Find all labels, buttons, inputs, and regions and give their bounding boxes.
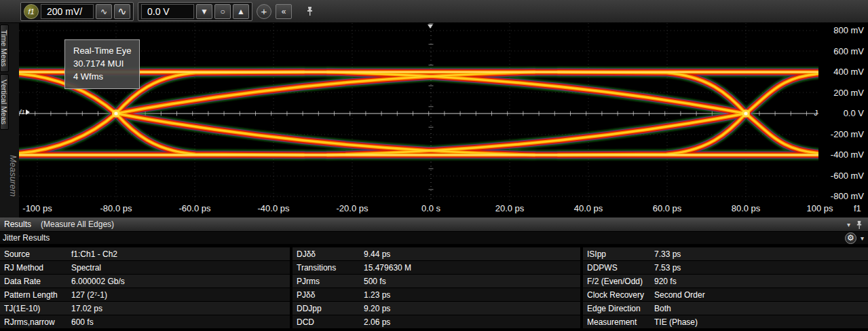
- jitter-results-bar: Jitter Results ⚙ ▾: [0, 232, 868, 244]
- tab-vertical-meas[interactable]: Vertical Meas: [0, 74, 9, 130]
- eye-info-overlay: Real-Time Eye 30.7174 MUI 4 Wfms: [64, 39, 140, 89]
- row-value: TIE (Phase): [654, 317, 868, 327]
- row-label: Source: [0, 249, 71, 259]
- down-arrow-icon: ▼: [200, 7, 208, 16]
- table-row: DCD2.06 ps: [293, 315, 580, 329]
- eye-diagram-plot[interactable]: Real-Time Eye 30.7174 MUI 4 Wfms f1 J: [19, 23, 818, 201]
- axis-channel-label: f1: [854, 203, 861, 213]
- jitter-settings-button[interactable]: ⚙: [845, 232, 856, 244]
- y-tick: 400 mV: [833, 67, 864, 77]
- table-row: DDJpp9.20 ps: [293, 302, 580, 315]
- up-arrow-icon: ▲: [237, 7, 245, 16]
- row-label: F/2 (Even/Odd): [583, 277, 654, 286]
- y-tick: -200 mV: [831, 129, 864, 139]
- f1-ground-marker[interactable]: f1: [20, 109, 30, 116]
- row-value: 7.33 ps: [654, 249, 868, 259]
- offset-group: 0.0 V ▼ ○ ▲: [138, 2, 252, 21]
- row-label: DCD: [293, 317, 364, 327]
- table-row: DJδδ9.44 ps: [293, 247, 580, 261]
- marker-arrow-icon: [26, 109, 30, 115]
- toolbar-pin-button[interactable]: [301, 4, 318, 19]
- row-label: DDPWS: [583, 263, 654, 273]
- row-label: Measurement: [583, 317, 654, 327]
- x-tick: -80.0 ps: [100, 203, 132, 213]
- table-row: F/2 (Even/Odd)920 fs: [583, 275, 868, 288]
- channel-toolbar: f1 200 mV/ ∿ ∿ 0.0 V ▼ ○ ▲ + «: [0, 0, 868, 23]
- table-row: TJ(1E-10)17.02 ps: [0, 302, 290, 315]
- left-sidebar: Time Meas Vertical Meas Measurem: [0, 23, 19, 217]
- offset-down-button[interactable]: ▼: [196, 4, 212, 19]
- row-value: 15.479630 M: [364, 263, 580, 273]
- results-collapse-button[interactable]: ▾: [847, 221, 850, 228]
- row-label: Data Rate: [0, 277, 71, 286]
- table-row: RJ MethodSpectral: [0, 261, 290, 275]
- y-tick: 0.0 V: [844, 108, 864, 118]
- results-pin-button[interactable]: [856, 221, 863, 229]
- vertical-scale-value[interactable]: 200 mV/: [41, 4, 94, 19]
- row-value: 2.06 ps: [364, 317, 580, 327]
- x-tick: -20.0 ps: [337, 203, 369, 213]
- row-value: 600 fs: [71, 317, 290, 327]
- plus-icon: +: [261, 5, 267, 17]
- row-value: 127 (2⁷-1): [71, 290, 290, 300]
- x-tick: -100 ps: [22, 203, 52, 213]
- jitter-collapse-button[interactable]: ▾: [861, 234, 864, 242]
- pin-icon: [306, 7, 314, 16]
- row-value: 17.02 ps: [71, 304, 290, 313]
- tab-measurements[interactable]: Measurem: [10, 155, 18, 196]
- table-row: Sourcef1:Ch1 - Ch2: [0, 247, 290, 261]
- jitter-results-table: Sourcef1:Ch1 - Ch2 RJ MethodSpectral Dat…: [0, 247, 868, 329]
- trigger-time-marker[interactable]: [428, 24, 433, 29]
- row-label: Pattern Length: [0, 290, 71, 300]
- wave-large-icon: ∿: [117, 5, 126, 18]
- y-tick: -600 mV: [831, 171, 864, 181]
- row-label: RJ Method: [0, 263, 71, 273]
- f1-marker-label: f1: [20, 109, 25, 116]
- row-label: RJrms,narrow: [0, 317, 71, 327]
- gear-icon: ⚙: [847, 233, 854, 243]
- row-label: Edge Direction: [583, 304, 654, 313]
- y-tick: 800 mV: [833, 25, 864, 35]
- wave-small-icon: ∿: [100, 7, 107, 16]
- offset-zero-button[interactable]: ○: [214, 4, 231, 19]
- row-value: 1.23 ps: [364, 290, 580, 300]
- row-label: TJ(1E-10): [0, 304, 71, 313]
- x-tick: -60.0 ps: [179, 203, 211, 213]
- table-row: Clock RecoverySecond Order: [583, 288, 868, 302]
- trigger-level-marker[interactable]: J: [814, 109, 818, 117]
- tab-time-meas[interactable]: Time Meas: [0, 24, 9, 72]
- results-panel: Results (Measure All Edges) ▾ Jitter Res…: [0, 217, 868, 331]
- overlay-wfms: 4 Wfms: [73, 71, 131, 84]
- results-column-1: Sourcef1:Ch1 - Ch2 RJ MethodSpectral Dat…: [0, 247, 290, 329]
- row-value: 9.44 ps: [364, 249, 580, 259]
- scale-coarse-button[interactable]: ∿: [114, 4, 130, 19]
- results-title: Results: [4, 220, 31, 229]
- offset-up-button[interactable]: ▲: [233, 4, 249, 19]
- row-label: PJrms: [293, 277, 364, 286]
- overlay-mui: 30.7174 MUI: [73, 58, 131, 71]
- channel-f1-badge[interactable]: f1: [24, 4, 39, 19]
- row-value: 500 fs: [364, 277, 580, 286]
- add-button[interactable]: +: [257, 4, 271, 19]
- table-row: Edge DirectionBoth: [583, 302, 868, 315]
- x-tick: -40.0 ps: [258, 203, 290, 213]
- double-chevron-left-icon: «: [282, 7, 286, 16]
- row-value: 9.20 ps: [364, 304, 580, 313]
- scale-fine-button[interactable]: ∿: [96, 4, 112, 19]
- collapse-toolbar-button[interactable]: «: [276, 4, 292, 19]
- y-tick: 600 mV: [833, 46, 864, 56]
- row-label: DDJpp: [293, 304, 364, 313]
- panel-title-strip: Measurem: [10, 23, 19, 217]
- row-label: Clock Recovery: [583, 290, 654, 300]
- x-tick: 40.0 ps: [574, 203, 603, 213]
- table-row: MeasurementTIE (Phase): [583, 315, 868, 329]
- x-tick: 80.0 ps: [732, 203, 761, 213]
- y-tick: -800 mV: [831, 191, 864, 201]
- results-header[interactable]: Results (Measure All Edges) ▾: [0, 217, 868, 232]
- vertical-offset-value[interactable]: 0.0 V: [141, 4, 194, 19]
- row-value: 7.53 ps: [654, 263, 868, 273]
- jitter-results-title: Jitter Results: [3, 233, 50, 243]
- row-label: DJδδ: [293, 249, 364, 259]
- table-row: Transitions15.479630 M: [293, 261, 580, 275]
- row-value: f1:Ch1 - Ch2: [71, 249, 290, 259]
